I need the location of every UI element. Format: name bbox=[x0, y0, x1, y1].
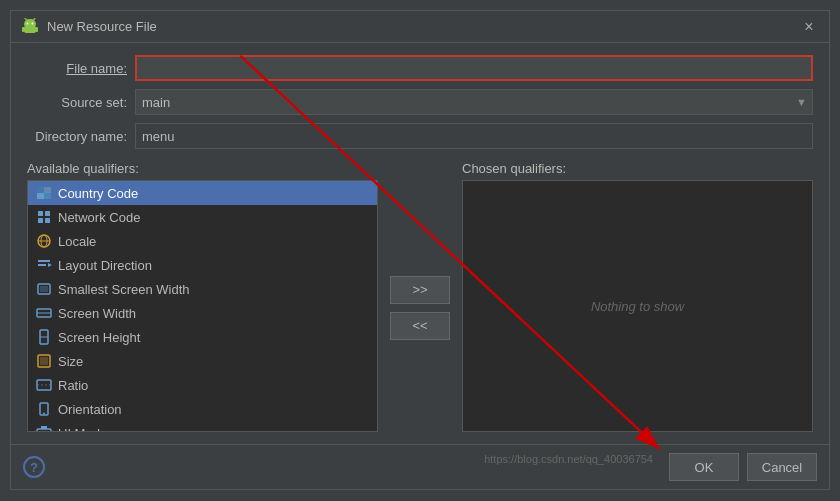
chosen-qualifiers-list: Nothing to show bbox=[462, 180, 813, 432]
size-icon bbox=[36, 353, 52, 369]
source-set-select[interactable]: main bbox=[135, 89, 813, 115]
chosen-qualifiers-panel: Chosen qualifiers: Nothing to show bbox=[462, 161, 813, 432]
ok-button[interactable]: OK bbox=[669, 453, 739, 481]
svg-rect-7 bbox=[36, 27, 39, 32]
svg-rect-35 bbox=[37, 429, 51, 432]
svg-point-3 bbox=[32, 22, 34, 24]
svg-rect-6 bbox=[22, 27, 25, 32]
nothing-to-show-text: Nothing to show bbox=[591, 299, 684, 314]
svg-rect-30 bbox=[40, 357, 48, 365]
file-name-label: File name: bbox=[27, 61, 127, 76]
add-qualifier-button[interactable]: >> bbox=[390, 276, 450, 304]
qualifier-ratio[interactable]: Ratio bbox=[28, 373, 377, 397]
available-qualifiers-label: Available qualifiers: bbox=[27, 161, 378, 176]
qualifier-screen-width-label: Screen Width bbox=[58, 306, 136, 321]
directory-name-input[interactable] bbox=[135, 123, 813, 149]
new-resource-file-dialog: New Resource File × File name: Source se… bbox=[10, 10, 830, 490]
directory-name-row: Directory name: bbox=[27, 123, 813, 149]
cancel-button[interactable]: Cancel bbox=[747, 453, 817, 481]
svg-rect-13 bbox=[38, 211, 43, 216]
svg-rect-12 bbox=[44, 193, 51, 199]
footer-right: https://blog.csdn.net/qq_40036754 OK Can… bbox=[484, 453, 817, 481]
smallest-screen-icon bbox=[36, 281, 52, 297]
svg-rect-21 bbox=[38, 264, 46, 266]
qualifier-screen-width[interactable]: Screen Width bbox=[28, 301, 377, 325]
available-qualifiers-list[interactable]: Country Code Network Code Locale bbox=[27, 180, 378, 432]
source-set-wrapper: main ▼ bbox=[135, 89, 813, 115]
qualifier-orientation[interactable]: Orientation bbox=[28, 397, 377, 421]
grid-icon bbox=[36, 209, 52, 225]
qualifier-network-code[interactable]: Network Code bbox=[28, 205, 377, 229]
title-bar: New Resource File × bbox=[11, 11, 829, 43]
svg-marker-22 bbox=[48, 263, 52, 267]
qualifier-smallest-screen-width[interactable]: Smallest Screen Width bbox=[28, 277, 377, 301]
chosen-qualifiers-label: Chosen qualifiers: bbox=[462, 161, 813, 176]
ui-mode-icon bbox=[36, 425, 52, 432]
globe-icon bbox=[36, 233, 52, 249]
svg-rect-1 bbox=[24, 26, 36, 33]
qualifier-screen-height-label: Screen Height bbox=[58, 330, 140, 345]
title-bar-left: New Resource File bbox=[21, 18, 157, 36]
svg-point-34 bbox=[43, 413, 45, 415]
qualifier-orientation-label: Orientation bbox=[58, 402, 122, 417]
qualifier-smallest-screen-width-label: Smallest Screen Width bbox=[58, 282, 190, 297]
svg-rect-20 bbox=[38, 260, 50, 262]
close-button[interactable]: × bbox=[799, 17, 819, 37]
svg-rect-31 bbox=[37, 380, 51, 390]
available-qualifiers-panel: Available qualifiers: Country Code Netwo… bbox=[27, 161, 378, 432]
svg-rect-11 bbox=[37, 193, 44, 199]
flag-icon bbox=[36, 185, 52, 201]
svg-rect-15 bbox=[38, 218, 43, 223]
screen-height-icon bbox=[36, 329, 52, 345]
svg-rect-9 bbox=[37, 187, 44, 193]
qualifier-ui-mode[interactable]: UI Mode bbox=[28, 421, 377, 432]
svg-line-5 bbox=[33, 18, 35, 20]
qualifiers-section: Available qualifiers: Country Code Netwo… bbox=[27, 161, 813, 432]
file-name-input[interactable] bbox=[135, 55, 813, 81]
dialog-footer: ? https://blog.csdn.net/qq_40036754 OK C… bbox=[11, 444, 829, 489]
help-button[interactable]: ? bbox=[23, 456, 45, 478]
source-set-row: Source set: main ▼ bbox=[27, 89, 813, 115]
qualifier-layout-direction[interactable]: Layout Direction bbox=[28, 253, 377, 277]
svg-rect-14 bbox=[45, 211, 50, 216]
svg-rect-36 bbox=[41, 426, 47, 429]
qualifier-ratio-label: Ratio bbox=[58, 378, 88, 393]
android-icon bbox=[21, 18, 39, 36]
ratio-icon bbox=[36, 377, 52, 393]
footer-left: ? bbox=[23, 456, 45, 478]
arrows-panel: >> << bbox=[378, 183, 462, 432]
svg-rect-24 bbox=[40, 286, 48, 292]
directory-name-label: Directory name: bbox=[27, 129, 127, 144]
qualifier-locale[interactable]: Locale bbox=[28, 229, 377, 253]
orientation-icon bbox=[36, 401, 52, 417]
svg-line-4 bbox=[25, 18, 27, 20]
qualifier-locale-label: Locale bbox=[58, 234, 96, 249]
dialog-body: File name: Source set: main ▼ Directory … bbox=[11, 43, 829, 444]
layout-direction-icon bbox=[36, 257, 52, 273]
qualifier-ui-mode-label: UI Mode bbox=[58, 426, 107, 433]
qualifier-network-code-label: Network Code bbox=[58, 210, 140, 225]
qualifier-country-code[interactable]: Country Code bbox=[28, 181, 377, 205]
qualifier-screen-height[interactable]: Screen Height bbox=[28, 325, 377, 349]
qualifier-layout-direction-label: Layout Direction bbox=[58, 258, 152, 273]
qualifier-country-code-label: Country Code bbox=[58, 186, 138, 201]
qualifier-size-label: Size bbox=[58, 354, 83, 369]
screen-width-icon bbox=[36, 305, 52, 321]
svg-rect-10 bbox=[44, 187, 51, 193]
dialog-title: New Resource File bbox=[47, 19, 157, 34]
qualifier-size[interactable]: Size bbox=[28, 349, 377, 373]
svg-rect-16 bbox=[45, 218, 50, 223]
footer-url: https://blog.csdn.net/qq_40036754 bbox=[484, 453, 653, 481]
source-set-label: Source set: bbox=[27, 95, 127, 110]
remove-qualifier-button[interactable]: << bbox=[390, 312, 450, 340]
svg-point-2 bbox=[27, 22, 29, 24]
file-name-row: File name: bbox=[27, 55, 813, 81]
